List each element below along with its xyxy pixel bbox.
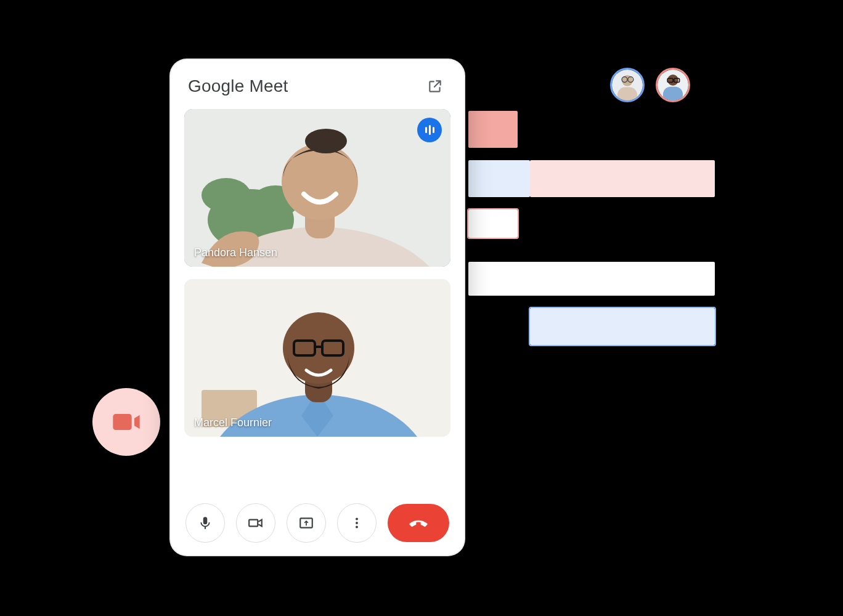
svg-point-26 — [356, 522, 358, 524]
svg-point-25 — [356, 518, 358, 521]
video-camera-icon — [110, 406, 142, 438]
svg-rect-7 — [663, 87, 683, 100]
svg-point-12 — [202, 178, 251, 213]
app-title: Google Meet — [188, 76, 288, 96]
participant-tile-pandora[interactable]: Pandora Hansen — [184, 109, 450, 267]
schedule-block — [468, 160, 530, 197]
more-options-button[interactable] — [337, 503, 377, 543]
meet-picture-in-picture-card: Google Meet — [169, 59, 465, 556]
avatar-row — [610, 68, 690, 102]
more-options-icon — [349, 515, 365, 531]
camera-icon — [248, 515, 264, 531]
person-icon — [658, 70, 688, 100]
participant-video — [184, 279, 450, 437]
schedule-block — [468, 111, 518, 148]
svg-point-15 — [282, 144, 358, 220]
avatar-pandora — [610, 68, 645, 102]
schedule-block — [530, 160, 715, 197]
open-in-new-button[interactable] — [423, 75, 447, 98]
schedule-block — [468, 209, 518, 238]
start-video-call-chip[interactable] — [92, 388, 160, 456]
present-screen-button[interactable] — [287, 503, 326, 543]
mic-icon — [197, 515, 213, 531]
schedule-block — [468, 262, 715, 296]
participant-tile-marcel[interactable]: Marcel Fournier — [184, 279, 450, 437]
speaking-indicator-icon — [417, 118, 442, 142]
present-screen-icon — [298, 515, 314, 531]
hang-up-button[interactable] — [388, 504, 449, 542]
svg-point-27 — [356, 526, 358, 529]
svg-rect-2 — [617, 87, 637, 100]
hang-up-icon — [408, 513, 429, 533]
call-controls — [184, 503, 450, 544]
mute-mic-button[interactable] — [185, 503, 225, 543]
avatar-marcel — [656, 68, 690, 102]
schedule-block — [530, 308, 715, 345]
svg-point-16 — [305, 129, 347, 153]
participant-name: Marcel Fournier — [194, 416, 272, 429]
participant-name: Pandora Hansen — [194, 246, 277, 259]
toggle-camera-button[interactable] — [236, 503, 275, 543]
participant-video — [184, 109, 450, 267]
person-icon — [612, 70, 643, 100]
open-in-new-icon — [427, 78, 443, 94]
